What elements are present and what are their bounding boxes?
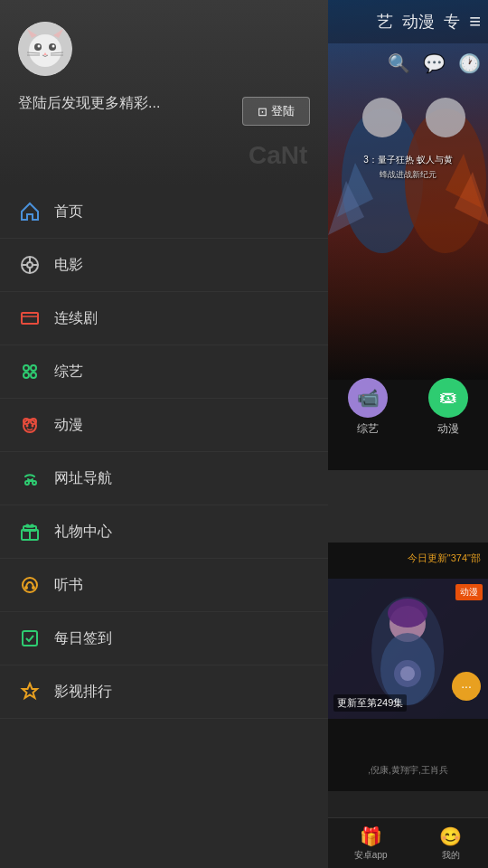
svg-point-55 bbox=[32, 586, 35, 590]
avatar-row bbox=[18, 22, 310, 76]
placeholder-block bbox=[328, 470, 488, 542]
bottom-nav-app[interactable]: 🎁 安卓app bbox=[354, 826, 388, 862]
menu-item-checkin[interactable]: 每日签到 bbox=[0, 612, 328, 665]
variety-label: 综艺 bbox=[357, 421, 379, 437]
menu-item-home[interactable]: 首页 bbox=[0, 185, 328, 239]
anime-update-text: 更新至第249集 bbox=[333, 694, 407, 712]
today-update-text: 今日更新"374"部 bbox=[328, 552, 488, 565]
svg-point-46 bbox=[32, 425, 34, 428]
movie-label: 电影 bbox=[54, 256, 83, 275]
icon-item-anime[interactable]: 🎟 动漫 bbox=[428, 378, 468, 437]
svg-point-31 bbox=[27, 262, 33, 268]
audio-label: 听书 bbox=[54, 576, 83, 595]
gift-label: 礼物中心 bbox=[54, 523, 112, 542]
rank-icon bbox=[18, 680, 42, 703]
anime-icon-circle: 🎟 bbox=[428, 378, 468, 418]
menu-item-series[interactable]: 连续剧 bbox=[0, 292, 328, 345]
avatar[interactable] bbox=[18, 22, 72, 76]
drawer-menu: 首页 电影 连续剧 bbox=[0, 185, 328, 719]
checkin-icon bbox=[18, 627, 42, 650]
top-nav: 艺 动漫 专 ≡ bbox=[328, 0, 488, 43]
bottom-nav-mine[interactable]: 😊 我的 bbox=[439, 826, 462, 862]
svg-point-41 bbox=[31, 373, 36, 378]
variety-icon bbox=[18, 360, 42, 383]
message-icon[interactable]: 💬 bbox=[423, 52, 446, 74]
svg-point-11 bbox=[388, 599, 427, 627]
svg-point-53 bbox=[23, 578, 37, 592]
mine-icon: 😊 bbox=[439, 826, 462, 847]
svg-point-23 bbox=[38, 45, 41, 48]
checkin-label: 每日签到 bbox=[54, 629, 112, 648]
weburl-icon bbox=[18, 467, 42, 490]
svg-point-16 bbox=[29, 34, 61, 67]
rank-label: 影视排行 bbox=[54, 683, 112, 702]
login-icon: ⊡ bbox=[258, 105, 267, 118]
svg-point-54 bbox=[24, 586, 28, 590]
anime-icon bbox=[18, 413, 42, 437]
svg-point-14 bbox=[400, 666, 415, 681]
menu-item-movie[interactable]: 电影 bbox=[0, 239, 328, 292]
icon-item-variety[interactable]: 📹 综艺 bbox=[348, 378, 388, 437]
category-icon-row: 📹 综艺 🎟 动漫 bbox=[328, 371, 488, 443]
anime-badge: 动漫 bbox=[455, 584, 483, 600]
weburl-label: 网址导航 bbox=[54, 469, 112, 488]
anime-label: 动漫 bbox=[437, 421, 459, 437]
cast-info: ,倪康,黄翔宇,王肖兵 bbox=[328, 764, 488, 777]
menu-item-gift[interactable]: 礼物中心 bbox=[0, 505, 328, 559]
anime-chat-bubble[interactable]: ··· bbox=[452, 672, 481, 701]
variety-menu-label: 综艺 bbox=[54, 363, 83, 382]
app-label: 安卓app bbox=[354, 849, 388, 862]
svg-point-45 bbox=[26, 425, 29, 428]
svg-point-3 bbox=[426, 98, 465, 137]
menu-item-weburl[interactable]: 网址导航 bbox=[0, 452, 328, 505]
app-icon: 🎁 bbox=[360, 826, 382, 847]
variety-icon-circle: 📹 bbox=[348, 378, 388, 418]
home-label: 首页 bbox=[54, 203, 83, 222]
gift-icon bbox=[18, 520, 42, 543]
search-icon[interactable]: 🔍 bbox=[388, 52, 410, 74]
movie-title: 3：量子狂热 蚁人与黄 蜂战进战新纪元 bbox=[328, 154, 488, 181]
movie-icon bbox=[18, 253, 42, 277]
history-icon[interactable]: 🕐 bbox=[458, 52, 481, 74]
series-label: 连续剧 bbox=[54, 309, 98, 328]
menu-item-audio[interactable]: 听书 bbox=[0, 559, 328, 612]
svg-point-40 bbox=[23, 373, 29, 378]
svg-point-38 bbox=[23, 365, 29, 371]
tab-anime[interactable]: 动漫 bbox=[402, 11, 435, 33]
second-nav: 🔍 💬 🕐 bbox=[328, 43, 488, 83]
home-icon bbox=[18, 200, 42, 223]
svg-rect-36 bbox=[22, 313, 38, 324]
tab-art[interactable]: 艺 bbox=[377, 11, 393, 33]
series-icon bbox=[18, 307, 42, 330]
mine-label: 我的 bbox=[442, 849, 460, 862]
menu-icon[interactable]: ≡ bbox=[469, 10, 481, 33]
audio-icon bbox=[18, 573, 42, 597]
login-button[interactable]: ⊡ 登陆 bbox=[242, 97, 310, 126]
drawer-header: 登陆后发现更多精彩... ⊡ 登陆 bbox=[0, 0, 328, 185]
svg-point-39 bbox=[31, 365, 36, 371]
avatar-image bbox=[18, 22, 72, 76]
menu-item-anime[interactable]: 动漫 bbox=[0, 399, 328, 452]
login-label: 登陆 bbox=[271, 103, 295, 119]
drawer: 登陆后发现更多精彩... ⊡ 登陆 首页 bbox=[0, 0, 328, 868]
svg-point-24 bbox=[52, 45, 55, 48]
menu-item-variety[interactable]: 综艺 bbox=[0, 345, 328, 399]
tab-special[interactable]: 专 bbox=[444, 11, 460, 33]
menu-item-rank[interactable]: 影视排行 bbox=[0, 665, 328, 719]
anime-card[interactable]: 动漫 更新至第249集 ··· bbox=[328, 579, 488, 719]
second-card-placeholder bbox=[328, 791, 488, 818]
anime-menu-label: 动漫 bbox=[54, 416, 83, 435]
svg-rect-56 bbox=[23, 631, 37, 646]
bottom-nav-bar: 🎁 安卓app 😊 我的 bbox=[328, 817, 488, 868]
svg-point-1 bbox=[362, 98, 402, 137]
